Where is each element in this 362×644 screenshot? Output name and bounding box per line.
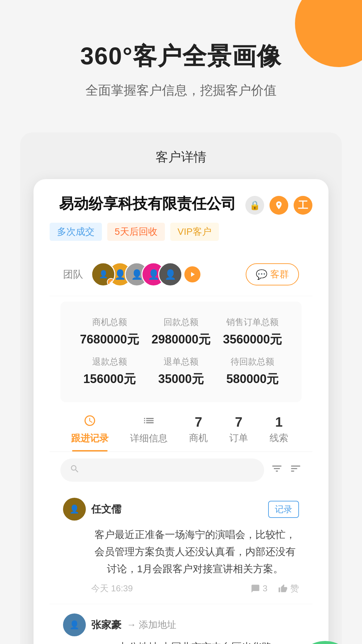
stat-shangjizongse: 商机总额 7680000元 — [74, 312, 145, 352]
avatar-5: 👤 — [158, 262, 182, 286]
tab-num-dingdan: 7 — [235, 415, 242, 430]
stat-label-6: 待回款总额 — [217, 356, 288, 368]
avatars: 👤 ✓ 👤 👤 👤 👤 — [91, 262, 246, 286]
feed-item-2: 👤 张家豪 → 添加地址 办公地址:中国北京市丰台区光华路 昨天 16:39 — [50, 604, 312, 644]
tab-xiansuo[interactable]: 1 线索 — [259, 415, 299, 451]
feed-footer-1: 今天 16:39 3 赞 — [91, 583, 299, 594]
search-row — [50, 452, 312, 488]
filter-icon[interactable] — [271, 463, 283, 478]
tab-bar: 跟进记录 详细信息 7 商机 7 订单 — [50, 408, 312, 452]
stat-tuikuanzongse: 退款总额 156000元 — [74, 352, 145, 391]
like-action[interactable]: 赞 — [278, 583, 299, 594]
feed-avatar-1: 👤 — [63, 498, 86, 521]
tab-xiangxinxinxi[interactable]: 详细信息 — [119, 414, 178, 451]
feed-action-2: → 添加地址 — [127, 619, 176, 631]
stats-grid: 商机总额 7680000元 回款总额 2980000元 销售订单总额 35600… — [60, 302, 302, 402]
phone-card: 团队 👤 ✓ 👤 👤 👤 👤 — [50, 253, 312, 644]
stat-value-3: 3560000元 — [217, 331, 288, 348]
sort-icon[interactable] — [290, 463, 302, 478]
like-label: 赞 — [290, 583, 299, 594]
tag-duocichenjiao: 多次成交 — [50, 223, 102, 241]
company-header: 易动纷享科技有限责任公司 🔒 工 — [50, 194, 312, 215]
work-icon-btn[interactable]: 工 — [294, 196, 312, 215]
filter-icons — [271, 463, 302, 478]
tag-vip: VIP客户 — [170, 223, 219, 241]
feed-header-1: 👤 任文儒 记录 — [63, 498, 299, 521]
tab-label-xiangxi: 详细信息 — [130, 432, 168, 445]
avatar-more[interactable] — [184, 266, 200, 282]
feed-time-1: 今天 16:39 — [91, 583, 133, 594]
record-tag-1: 记录 — [268, 501, 299, 518]
company-name: 易动纷享科技有限责任公司 — [50, 194, 245, 214]
stat-label-3: 销售订单总额 — [217, 316, 288, 328]
stat-label-4: 退款总额 — [74, 356, 145, 368]
hero-title: 360°客户全景画像 — [20, 40, 342, 72]
hero-section: 360°客户全景画像 全面掌握客户信息，挖掘客户价值 — [0, 0, 362, 119]
feed-name-1: 任文儒 — [91, 502, 121, 516]
stat-label-1: 商机总额 — [74, 316, 145, 328]
list-icon — [142, 414, 155, 430]
main-card-wrapper: 客户详情 易动纷享科技有限责任公司 🔒 工 多次成交 5天后回收 VIP客户 — [20, 132, 342, 644]
tab-label-dingdan: 订单 — [229, 432, 248, 444]
bg-card: 客户详情 易动纷享科技有限责任公司 🔒 工 多次成交 5天后回收 VIP客户 — [20, 132, 342, 644]
comment-count: 3 — [263, 583, 267, 594]
lock-icon-btn[interactable]: 🔒 — [245, 196, 264, 215]
search-icon — [70, 464, 80, 476]
stat-huikuanzongse: 回款总额 2980000元 — [145, 312, 217, 352]
tag-5tianhouhuishou: 5天后回收 — [107, 223, 165, 241]
stat-label-5: 退单总额 — [145, 356, 217, 368]
tab-num-shangji: 7 — [195, 415, 202, 430]
kequn-label: 客群 — [270, 268, 289, 281]
kequn-button[interactable]: 💬 客群 — [246, 263, 299, 285]
tab-label-genjin: 跟进记录 — [71, 432, 109, 445]
stat-xiaoshoudindan: 销售订单总额 3560000元 — [217, 312, 288, 352]
stat-value-4: 156000元 — [74, 371, 145, 387]
stat-tuidanzongse: 退单总额 35000元 — [145, 352, 217, 391]
team-row: 团队 👤 ✓ 👤 👤 👤 👤 — [50, 253, 312, 296]
clock-icon — [83, 414, 96, 430]
feed-content-2: 办公地址:中国北京市丰台区光华路 — [91, 640, 299, 644]
stat-value-1: 7680000元 — [74, 331, 145, 348]
tab-dingdan[interactable]: 7 订单 — [219, 415, 259, 451]
feed-name-2: 张家豪 — [91, 618, 121, 632]
bg-card-title: 客户详情 — [40, 149, 322, 179]
feed-item-1: 👤 任文儒 记录 客户最近正准备一场海宁的演唱会，比较忙，会员管理方案负责人还没… — [50, 488, 312, 604]
fg-card: 易动纷享科技有限责任公司 🔒 工 多次成交 5天后回收 VIP客户 — [34, 179, 328, 644]
feed-avatar-2: 👤 — [63, 613, 86, 636]
stat-value-5: 35000元 — [145, 371, 217, 387]
search-box[interactable] — [60, 459, 264, 482]
team-label: 团队 — [63, 268, 83, 281]
company-icons: 🔒 工 — [245, 196, 312, 215]
comment-action[interactable]: 3 — [251, 583, 267, 594]
stat-value-2: 2980000元 — [145, 331, 217, 348]
feed-content-1: 客户最近正准备一场海宁的演唱会，比较忙，会员管理方案负责人还没认真看，内部还没有… — [91, 526, 299, 577]
tab-shangji[interactable]: 7 商机 — [178, 415, 219, 451]
tab-num-xiansuo: 1 — [275, 415, 283, 430]
tab-label-shangji: 商机 — [189, 432, 208, 444]
feed-user-1: 👤 任文儒 — [63, 498, 121, 521]
feed-actions-1: 3 赞 — [251, 583, 299, 594]
stat-label-2: 回款总额 — [145, 316, 217, 328]
tab-genjinjilu[interactable]: 跟进记录 — [60, 414, 119, 451]
avatar-1: 👤 ✓ — [91, 262, 115, 286]
tab-label-xiansuo: 线索 — [269, 432, 288, 444]
stat-value-6: 580000元 — [217, 371, 288, 387]
company-tags: 多次成交 5天后回收 VIP客户 — [50, 223, 312, 241]
hero-subtitle: 全面掌握客户信息，挖掘客户价值 — [20, 82, 342, 99]
stat-daihuikuan: 待回款总额 580000元 — [217, 352, 288, 391]
location-icon-btn[interactable] — [269, 196, 288, 215]
